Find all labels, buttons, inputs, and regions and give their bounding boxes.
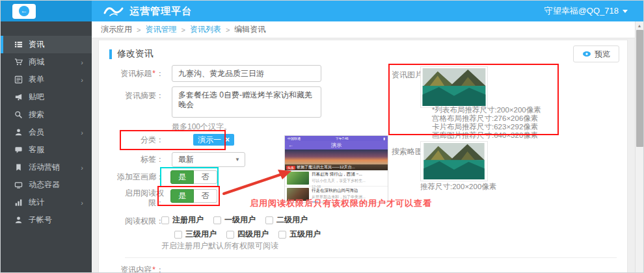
news-summary-textarea[interactable]: 多套餐任选 0自费-赠送烤羊家访和藏羌晚会 <box>172 86 321 118</box>
sidebar-item-label: 客服 <box>29 144 44 155</box>
news-content-label: 资讯内容*： <box>99 265 164 273</box>
chevron-right-icon: › <box>81 76 83 84</box>
sidebar-item-label: 会员 <box>29 127 44 138</box>
checkbox-icon <box>226 231 234 239</box>
news-image-size-hints: *列表布局推荐尺寸:200×200像素 宫格布局推荐尺寸:276×206像素 卡… <box>432 106 541 140</box>
tag-select[interactable]: 最新 ▼ <box>172 152 245 167</box>
checkbox-icon <box>265 216 273 224</box>
sidebar-item-marketing[interactable]: 活动营销 › <box>1 159 92 176</box>
phone-preview-image: 中国联通 下午7:46 ▮ ← 演示 头条 被施了魔法的土耳其——12天自...… <box>284 135 388 203</box>
bar-chart-icon <box>14 198 23 207</box>
checkbox-icon <box>174 231 182 239</box>
topbar: ← 运营管理平台 守望幸福@QQ_718 <box>1 1 644 21</box>
breadcrumb-item-news-manage[interactable]: 资讯管理 <box>145 24 176 35</box>
sidebar-item-statistics[interactable]: 统计 › <box>1 194 92 211</box>
search-thumb-hint: 推荐尺寸:200×200像素 <box>420 182 496 192</box>
phone-nav-bar: ← 演示 <box>285 141 388 150</box>
sidebar-item-label: 子帐号 <box>29 214 52 226</box>
checkbox-registered-user[interactable]: 注册用户 <box>161 214 204 226</box>
checkbox-level1-user[interactable]: 一级用户 <box>213 214 256 226</box>
search-icon <box>14 110 23 119</box>
gallery-no-button[interactable]: 否 <box>194 170 217 184</box>
sidebar-item-label: 搜索 <box>29 109 44 120</box>
scrollbar-thumb[interactable] <box>636 30 643 147</box>
scrollbar-up-arrow[interactable]: ▲ <box>636 21 643 30</box>
sidebar-item-label: 动态容器 <box>29 179 60 190</box>
back-button[interactable]: ← <box>12 4 36 19</box>
megaphone-icon <box>14 93 23 101</box>
sidebar-item-members[interactable]: 会员 › <box>1 124 92 141</box>
news-image-thumbnail[interactable] <box>420 66 488 108</box>
eye-icon <box>582 51 591 57</box>
read-perm-toggle: 是 否 <box>170 189 217 203</box>
sidebar-item-subaccount[interactable]: 子帐号 <box>1 211 92 229</box>
breadcrumb-separator: > <box>137 26 141 34</box>
gallery-toggle: 是 否 <box>170 170 217 184</box>
read-perm-yes-button[interactable]: 是 <box>170 189 194 203</box>
news-image-label: 资讯图片 <box>392 70 423 81</box>
sidebar-item-label: 资讯 <box>29 39 44 50</box>
phone-battery-icon: ▮ <box>383 136 385 140</box>
phone-feature-photo: 头条 被施了魔法的土耳其——12天自... <box>285 150 388 170</box>
sidebar: 资讯 商城 › 表单 › 贴吧 搜索 会员 <box>1 21 92 273</box>
checkbox-icon <box>278 231 286 239</box>
checkbox-level5-user[interactable]: 五级用户 <box>278 229 321 240</box>
breadcrumb-item-news-list[interactable]: 资讯列表 <box>190 24 221 35</box>
select-caret-icon: ▼ <box>235 157 240 162</box>
sidebar-item-support[interactable]: 客服 <box>1 141 92 159</box>
lake-photo <box>422 68 486 106</box>
enable-read-perm-label: 启用阅读权限： <box>113 188 164 208</box>
sidebar-item-container[interactable]: 动态容器 <box>1 176 92 194</box>
category-tag-chip[interactable]: 演示一 × <box>193 134 234 146</box>
form-icon <box>14 75 23 84</box>
chevron-right-icon: › <box>81 58 83 66</box>
summary-hint: 最多100个汉字。 <box>172 122 232 133</box>
chevron-right-icon: › <box>81 129 83 136</box>
user-name: 守望幸福@QQ_718 <box>544 5 619 17</box>
panel-title: 修改资讯 <box>109 48 154 60</box>
chevron-right-icon: › <box>81 164 83 172</box>
sidebar-item-label: 贴吧 <box>29 92 44 103</box>
gallery-yes-button[interactable]: 是 <box>170 170 194 184</box>
phone-back-icon: ← <box>288 142 293 148</box>
page-scrollbar[interactable]: ▲ <box>635 21 643 273</box>
news-title-input[interactable] <box>172 65 321 82</box>
checkbox-icon <box>161 216 169 224</box>
phone-page-title: 演示 <box>331 142 342 149</box>
chat-icon <box>14 146 23 154</box>
news-title-label: 资讯标题*： <box>99 69 164 79</box>
container-icon <box>14 181 23 189</box>
sidebar-item-search[interactable]: 搜索 <box>1 106 92 124</box>
sidebar-item-forms[interactable]: 表单 › <box>1 71 92 88</box>
checkbox-level2-user[interactable]: 二级用户 <box>265 214 308 226</box>
topbar-left-segment: ← <box>1 1 92 21</box>
edit-news-panel: 修改资讯 预览 资讯标题*： 资讯摘要： 多套餐任选 0自费-赠送烤羊家访和藏羌… <box>98 40 628 273</box>
category-label: 分类： <box>99 135 164 145</box>
platform-title: 运营管理平台 <box>129 5 192 18</box>
user-menu[interactable]: 守望幸福@QQ_718 <box>544 1 628 21</box>
caret-down-icon <box>623 10 628 13</box>
phone-list-item: 日暮赶海 骑行山，西浦 ~... 可以小住几天，享受下乡村生... 12-08 <box>285 170 388 187</box>
phone-carrier: 中国联通 <box>288 136 301 140</box>
sidebar-item-news[interactable]: 资讯 <box>1 36 92 53</box>
remove-tag-icon[interactable]: × <box>225 135 230 144</box>
checkbox-level4-user[interactable]: 四级用户 <box>226 229 269 240</box>
sidebar-item-label: 统计 <box>29 197 44 208</box>
checkbox-level3-user[interactable]: 三级用户 <box>174 229 217 240</box>
sidebar-item-mall[interactable]: 商城 › <box>1 53 92 71</box>
read-perm-hint: 开启注册用户默认所有权限可阅读 <box>161 240 278 252</box>
preview-button[interactable]: 预览 <box>573 46 619 62</box>
user-icon <box>14 216 23 224</box>
member-icon <box>14 128 23 136</box>
phone-feature-tag: 头条 <box>286 166 295 170</box>
back-arrow-icon: ← <box>19 6 29 16</box>
phone-time: 下午7:46 <box>336 136 349 140</box>
breadcrumb-separator: > <box>181 26 185 34</box>
breadcrumb-item: 演示应用 <box>101 24 132 35</box>
sidebar-item-label: 商城 <box>29 57 44 68</box>
search-thumbnail[interactable] <box>420 141 488 181</box>
sidebar-item-tieba[interactable]: 贴吧 <box>1 88 92 106</box>
app-logo-icon <box>103 5 126 18</box>
read-perm-no-button[interactable]: 否 <box>194 189 217 203</box>
add-to-gallery-label: 添加至画廊： <box>99 172 164 182</box>
